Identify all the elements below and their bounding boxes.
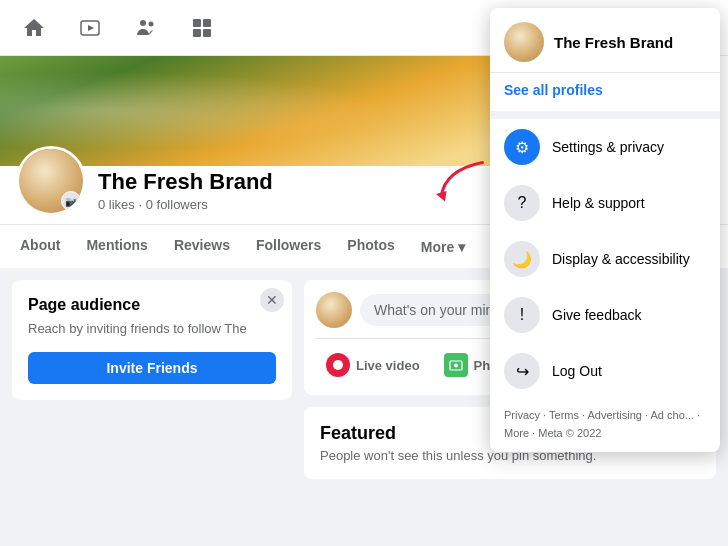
audience-title: Page audience — [28, 296, 276, 314]
menu-settings-label: Settings & privacy — [552, 139, 664, 155]
more-label: More — [421, 239, 454, 255]
live-dot-icon — [326, 353, 350, 377]
tab-followers[interactable]: Followers — [244, 229, 333, 264]
menu-item-settings[interactable]: ⚙ Settings & privacy — [490, 119, 720, 175]
close-button[interactable]: ✕ — [260, 288, 284, 312]
dropdown-footer: Privacy · Terms · Advertising · Ad cho..… — [490, 399, 720, 452]
menu-display-label: Display & accessibility — [552, 251, 690, 267]
menu-item-display[interactable]: 🌙 Display & accessibility — [490, 231, 720, 287]
svg-rect-5 — [203, 19, 211, 27]
audience-desc: Reach by inviting friends to follow The — [28, 320, 276, 338]
menu-item-feedback[interactable]: ! Give feedback — [490, 287, 720, 343]
svg-rect-6 — [193, 29, 201, 37]
svg-rect-7 — [203, 29, 211, 37]
post-avatar — [316, 292, 352, 328]
tab-reviews[interactable]: Reviews — [162, 229, 242, 264]
live-video-button[interactable]: Live video — [316, 347, 430, 383]
svg-point-2 — [140, 20, 146, 26]
gear-icon: ⚙ — [504, 129, 540, 165]
profile-name: The Fresh Brand — [98, 169, 273, 195]
tab-about[interactable]: About — [8, 229, 72, 264]
moon-icon: 🌙 — [504, 241, 540, 277]
tab-more[interactable]: More ▾ — [409, 231, 477, 263]
left-panel: ✕ Page audience Reach by inviting friend… — [12, 280, 292, 479]
profile-picture[interactable]: 📷 — [16, 146, 86, 216]
menu-item-help[interactable]: ? Help & support — [490, 175, 720, 231]
dropdown-avatar — [504, 22, 544, 62]
video-icon[interactable] — [72, 10, 108, 46]
live-video-label: Live video — [356, 358, 420, 373]
audience-card: ✕ Page audience Reach by inviting friend… — [12, 280, 292, 400]
menu-feedback-label: Give feedback — [552, 307, 642, 323]
invite-friends-button[interactable]: Invite Friends — [28, 352, 276, 384]
tab-mentions[interactable]: Mentions — [74, 229, 159, 264]
profile-meta: 0 likes · 0 followers — [98, 197, 273, 212]
home-icon[interactable] — [16, 10, 52, 46]
menu-logout-label: Log Out — [552, 363, 602, 379]
dropdown-menu: The Fresh Brand See all profiles ⚙ Setti… — [490, 8, 720, 452]
chevron-down-icon: ▾ — [458, 239, 465, 255]
photo-icon — [444, 353, 468, 377]
flag-icon: ! — [504, 297, 540, 333]
tab-photos[interactable]: Photos — [335, 229, 406, 264]
logout-icon: ↪ — [504, 353, 540, 389]
question-icon: ? — [504, 185, 540, 221]
svg-point-18 — [454, 364, 458, 368]
profile-name-block: The Fresh Brand 0 likes · 0 followers — [98, 169, 273, 216]
menu-help-label: Help & support — [552, 195, 645, 211]
dropdown-profile-name: The Fresh Brand — [554, 34, 673, 51]
camera-icon[interactable]: 📷 — [61, 191, 81, 211]
friends-icon[interactable] — [128, 10, 164, 46]
menu-item-logout[interactable]: ↪ Log Out — [490, 343, 720, 399]
svg-rect-4 — [193, 19, 201, 27]
pages-icon[interactable] — [184, 10, 220, 46]
see-all-profiles-link[interactable]: See all profiles — [504, 82, 603, 98]
svg-point-3 — [149, 21, 154, 26]
dropdown-profile-row[interactable]: The Fresh Brand — [490, 8, 720, 73]
see-all-profiles: See all profiles — [490, 73, 720, 119]
nav-left — [16, 10, 220, 46]
